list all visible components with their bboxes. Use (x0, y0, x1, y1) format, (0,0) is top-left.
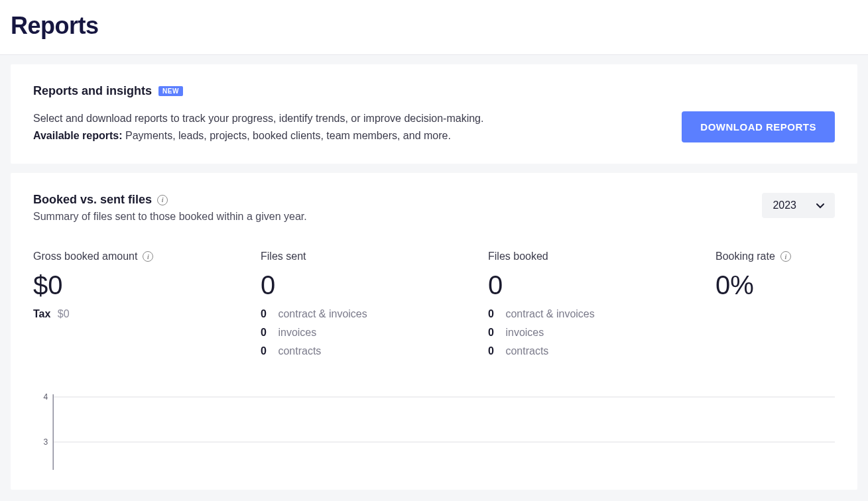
y-tick-3: 3 (43, 437, 48, 447)
count: 0 (488, 345, 499, 357)
label: contract & invoices (505, 308, 594, 319)
chevron-down-icon (816, 199, 824, 211)
booked-title: Booked vs. sent files (33, 193, 152, 207)
metric-sent-row-0: 0 contract & invoices (261, 308, 488, 320)
y-tick-4: 4 (43, 392, 48, 402)
chart-svg: 4 3 (33, 390, 835, 470)
content-area: Reports and insights NEW Select and down… (0, 64, 868, 490)
metrics-row: Gross booked amount i $0 Tax $0 Files se… (33, 250, 835, 364)
metric-booked-label-row: Files booked (488, 250, 715, 262)
metric-gross-value: $0 (33, 270, 261, 300)
download-reports-button[interactable]: DOWNLOAD REPORTS (682, 111, 835, 142)
metric-sent-row-2: 0 contracts (261, 345, 488, 357)
reports-insights-card: Reports and insights NEW Select and down… (11, 64, 857, 164)
page-title: Reports (11, 12, 857, 40)
metric-booked-row-0: 0 contract & invoices (488, 308, 715, 320)
booked-title-block: Booked vs. sent files i Summary of files… (33, 193, 307, 223)
metric-rate-label: Booking rate (715, 250, 775, 262)
booked-subtitle: Summary of files sent to those booked wi… (33, 211, 307, 223)
new-badge: NEW (158, 86, 183, 96)
metric-gross: Gross booked amount i $0 Tax $0 (33, 250, 261, 364)
year-selected-value: 2023 (773, 199, 796, 211)
metric-rate-value: 0% (715, 270, 835, 300)
year-select[interactable]: 2023 (762, 193, 835, 218)
info-icon[interactable]: i (143, 251, 153, 262)
label: invoices (505, 327, 544, 338)
metric-sent: Files sent 0 0 contract & invoices 0 inv… (261, 250, 488, 364)
metric-gross-label-row: Gross booked amount i (33, 250, 261, 262)
metric-sent-label-row: Files sent (261, 250, 488, 262)
label: contract & invoices (278, 308, 367, 319)
metric-booked-row-1: 0 invoices (488, 327, 715, 339)
label: contracts (278, 345, 321, 357)
count: 0 (261, 327, 271, 339)
metric-gross-label: Gross booked amount (33, 250, 137, 262)
metric-booked-row-2: 0 contracts (488, 345, 715, 357)
chart-area: 4 3 (33, 390, 835, 470)
info-icon[interactable]: i (157, 195, 168, 205)
metric-booked-label: Files booked (488, 250, 548, 262)
count: 0 (488, 327, 499, 339)
tax-label: Tax (33, 308, 50, 319)
metric-sent-row-1: 0 invoices (261, 327, 488, 339)
booked-title-row: Booked vs. sent files i (33, 193, 307, 207)
booked-header: Booked vs. sent files i Summary of files… (33, 193, 835, 223)
insights-description: Select and download reports to track you… (33, 110, 483, 144)
booked-vs-sent-card: Booked vs. sent files i Summary of files… (11, 173, 857, 490)
page-header: Reports (0, 0, 868, 55)
metric-gross-tax: Tax $0 (33, 308, 261, 320)
metric-rate: Booking rate i 0% (715, 250, 835, 364)
count: 0 (261, 345, 271, 357)
metric-booked: Files booked 0 0 contract & invoices 0 i… (488, 250, 715, 364)
label: contracts (505, 345, 548, 357)
insights-body: Select and download reports to track you… (33, 110, 835, 144)
insights-header: Reports and insights NEW (33, 84, 835, 98)
tax-value: $0 (58, 308, 70, 319)
available-reports-list: Payments, leads, projects, booked client… (125, 130, 451, 141)
metric-sent-label: Files sent (261, 250, 306, 262)
metric-sent-value: 0 (261, 270, 488, 300)
count: 0 (488, 308, 499, 320)
insights-desc-line1: Select and download reports to track you… (33, 113, 483, 124)
insights-title: Reports and insights (33, 84, 152, 98)
metric-booked-value: 0 (488, 270, 715, 300)
metric-rate-label-row: Booking rate i (715, 250, 835, 262)
available-reports-label: Available reports: (33, 130, 123, 141)
label: invoices (278, 327, 316, 338)
info-icon[interactable]: i (780, 251, 791, 262)
count: 0 (261, 308, 271, 320)
